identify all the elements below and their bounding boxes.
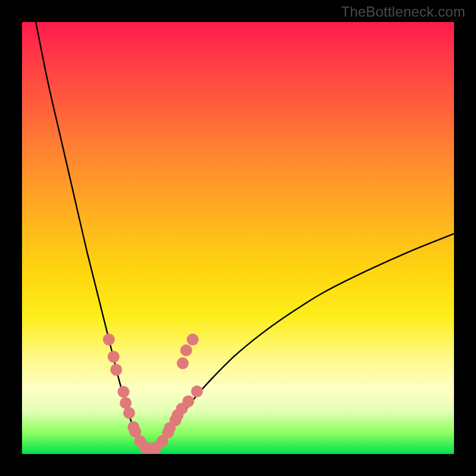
scatter-point	[110, 364, 122, 375]
scatter-point	[177, 358, 189, 369]
chart-frame: TheBottleneck.com	[0, 0, 476, 476]
plot-area	[22, 22, 454, 454]
scatter-point	[120, 397, 131, 409]
scatter-point	[156, 435, 168, 447]
scatter-point	[139, 441, 151, 453]
scatter-point	[134, 435, 146, 447]
scatter-point	[183, 395, 195, 407]
watermark-text: TheBottleneck.com	[341, 4, 465, 20]
scatter-point	[129, 425, 141, 437]
scatter-point	[127, 421, 139, 433]
scatter-point	[170, 414, 181, 426]
scatter-group	[103, 334, 203, 454]
scatter-point	[171, 409, 183, 421]
scatter-point	[191, 386, 203, 397]
scatter-point	[187, 334, 199, 346]
scatter-point	[108, 351, 120, 363]
scatter-point	[180, 345, 192, 356]
scatter-point	[123, 407, 135, 419]
scatter-point	[162, 427, 174, 439]
scatter-point	[145, 443, 156, 454]
scatter-point	[118, 386, 130, 398]
scatter-point	[103, 334, 115, 346]
curve-svg	[22, 22, 454, 454]
scatter-point	[176, 403, 188, 415]
scatter-point	[164, 422, 176, 434]
bottleneck-curve	[36, 22, 454, 448]
scatter-point	[150, 441, 162, 453]
